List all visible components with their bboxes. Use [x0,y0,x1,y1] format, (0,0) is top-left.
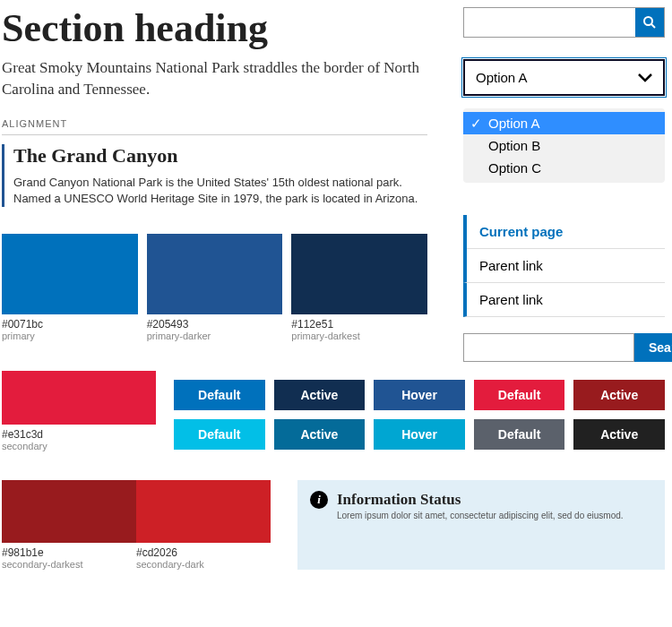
chevron-down-icon [638,70,652,85]
section-subheading: Great Smoky Mountains National Park stra… [2,57,427,100]
swatch-hex: #112e51 [291,318,427,331]
button-default[interactable]: Default [174,419,265,450]
alignment-label: ALIGNMENT [2,118,427,135]
svg-line-1 [651,24,655,28]
swatch-box [2,480,136,543]
primary-swatch-row: #0071bc primary #205493 primary-darker #… [2,234,427,341]
secondary-swatches: #981b1e secondary-darkest #cd2026 second… [2,480,271,570]
search-box [463,7,665,38]
section-heading: Section heading [2,7,427,50]
swatch-primary: #0071bc primary [2,234,138,341]
button-row-1: Default Active Hover Default Active [174,380,665,410]
swatch-secondary-darkest: #981b1e secondary-darkest [2,480,136,570]
swatch-hex: #981b1e [2,546,136,559]
swatch-secondary-box [2,371,156,425]
button-default[interactable]: Default [474,419,565,450]
swatch-name: secondary-dark [136,559,271,570]
dropdown-option[interactable]: Option A [463,112,665,134]
button-active[interactable]: Active [573,419,665,450]
swatch-hex: #0071bc [2,318,138,331]
button-hover[interactable]: Hover [374,419,465,450]
search-button[interactable]: Search [634,333,672,362]
card-title: The Grand Canyon [13,144,427,167]
example-card: The Grand Canyon Grand Canyon National P… [2,144,427,207]
swatch-name: primary-darker [147,331,283,341]
swatch-name: secondary [2,441,156,451]
dropdown-option[interactable]: Option B [463,134,665,157]
search-box-labeled: Search [463,333,665,362]
magnifier-icon [642,15,657,30]
button-default[interactable]: Default [174,380,265,410]
sidenav-parent-link[interactable]: Parent link [463,249,665,283]
search-input[interactable] [464,8,635,37]
dropdown-selected: Option A [476,70,528,85]
swatch-hex: #205493 [147,318,283,331]
dropdown-option[interactable]: Option C [463,157,665,179]
swatch-primary-darkest: #112e51 primary-darkest [291,234,427,341]
swatch-box [147,234,283,314]
button-active[interactable]: Active [573,380,665,410]
info-icon: i [310,491,328,509]
swatch-box [2,234,138,314]
search-button[interactable] [635,8,664,37]
info-body: Lorem ipsum dolor sit amet, consectetur … [337,511,624,520]
swatch-name: primary-darkest [291,331,427,341]
dropdown-menu: Option A Option B Option C [463,108,665,183]
search-input[interactable] [463,333,634,362]
swatch-name: secondary-darkest [2,559,136,570]
swatch-name: primary [2,331,138,341]
button-active[interactable]: Active [274,380,366,410]
sidenav-parent-link[interactable]: Parent link [463,283,665,317]
swatch-primary-darker: #205493 primary-darker [147,234,283,341]
swatch-secondary-dark: #cd2026 secondary-dark [136,480,271,570]
side-navigation: Current page Parent link Parent link [463,215,665,317]
card-body: Grand Canyon National Park is the United… [13,175,427,207]
swatch-hex: #cd2026 [136,546,271,559]
dropdown-select[interactable]: Option A [463,59,665,96]
sidenav-current[interactable]: Current page [467,215,665,249]
button-row-2: Default Active Hover Default Active [174,419,665,450]
button-hover[interactable]: Hover [374,380,465,410]
button-default[interactable]: Default [474,380,565,410]
svg-point-0 [644,17,652,25]
swatch-hex: #e31c3d [2,428,156,441]
info-alert: i Information Status Lorem ipsum dolor s… [297,480,665,570]
swatch-box [136,480,271,543]
button-active[interactable]: Active [274,419,366,450]
swatch-box [291,234,427,314]
info-title: Information Status [337,491,624,509]
